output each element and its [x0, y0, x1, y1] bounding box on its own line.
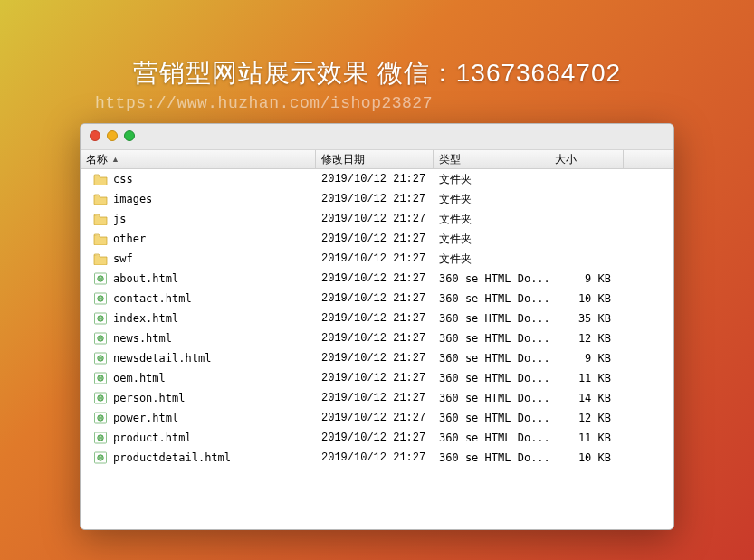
- file-name-label: about.html: [113, 272, 178, 285]
- file-name-cell: power.html: [81, 412, 316, 424]
- file-date-cell: 2019/10/12 21:27: [316, 292, 434, 305]
- table-row[interactable]: swf2019/10/12 21:27文件夹: [81, 249, 673, 269]
- table-row[interactable]: about.html2019/10/12 21:27360 se HTML Do…: [81, 269, 673, 289]
- file-date-cell: 2019/10/12 21:27: [316, 352, 434, 365]
- file-name-label: js: [113, 213, 126, 225]
- sort-asc-icon: ▲: [111, 155, 119, 164]
- column-header-size-label: 大小: [555, 152, 577, 167]
- column-header-date-label: 修改日期: [321, 152, 365, 167]
- column-header-date[interactable]: 修改日期: [316, 150, 434, 169]
- html-file-icon: [93, 352, 108, 365]
- file-date-cell: 2019/10/12 21:27: [316, 173, 434, 185]
- file-date-cell: 2019/10/12 21:27: [316, 372, 434, 384]
- table-row[interactable]: power.html2019/10/12 21:27360 se HTML Do…: [81, 408, 673, 428]
- table-row[interactable]: js2019/10/12 21:27文件夹: [81, 209, 673, 229]
- file-date-cell: 2019/10/12 21:27: [316, 213, 434, 225]
- file-type-cell: 文件夹: [434, 252, 549, 267]
- file-name-cell: product.html: [81, 432, 316, 444]
- table-row[interactable]: index.html2019/10/12 21:27360 se HTML Do…: [81, 308, 673, 328]
- file-name-cell: contact.html: [81, 292, 316, 305]
- column-header-padding: [624, 150, 673, 169]
- file-size-cell: 9 KB: [549, 352, 624, 365]
- maximize-icon[interactable]: [124, 130, 135, 141]
- file-type-cell: 360 se HTML Do...: [434, 332, 549, 345]
- table-row[interactable]: contact.html2019/10/12 21:27360 se HTML …: [81, 289, 673, 308]
- file-list: css2019/10/12 21:27文件夹images2019/10/12 2…: [81, 169, 673, 529]
- file-name-cell: css: [81, 173, 316, 185]
- file-size-cell: 12 KB: [549, 332, 624, 345]
- file-type-cell: 360 se HTML Do...: [434, 392, 549, 404]
- file-name-cell: swf: [81, 252, 316, 265]
- file-name-label: news.html: [113, 332, 172, 345]
- file-name-cell: productdetail.html: [81, 451, 316, 464]
- file-size-cell: 9 KB: [549, 272, 624, 285]
- file-date-cell: 2019/10/12 21:27: [316, 252, 434, 265]
- column-header-type-label: 类型: [439, 152, 461, 167]
- table-row[interactable]: images2019/10/12 21:27文件夹: [81, 189, 673, 209]
- file-name-label: swf: [113, 252, 133, 265]
- page-url: https://www.huzhan.com/ishop23827: [95, 94, 433, 112]
- file-name-label: person.html: [113, 392, 185, 404]
- table-row[interactable]: newsdetail.html2019/10/12 21:27360 se HT…: [81, 348, 673, 368]
- column-header-size[interactable]: 大小: [549, 150, 624, 169]
- column-header-row: 名称 ▲ 修改日期 类型 大小: [81, 149, 673, 169]
- file-name-cell: other: [81, 233, 316, 245]
- minimize-icon[interactable]: [107, 130, 118, 141]
- window-titlebar[interactable]: [81, 124, 673, 149]
- file-name-label: index.html: [113, 312, 178, 325]
- file-type-cell: 360 se HTML Do...: [434, 451, 549, 464]
- column-header-name-label: 名称: [86, 152, 108, 167]
- file-name-label: other: [113, 233, 146, 245]
- table-row[interactable]: oem.html2019/10/12 21:27360 se HTML Do..…: [81, 368, 673, 388]
- table-row[interactable]: css2019/10/12 21:27文件夹: [81, 169, 673, 189]
- html-file-icon: [93, 412, 108, 424]
- file-size-cell: 10 KB: [549, 451, 624, 464]
- file-date-cell: 2019/10/12 21:27: [316, 432, 434, 444]
- html-file-icon: [93, 332, 108, 345]
- file-name-cell: oem.html: [81, 372, 316, 384]
- file-type-cell: 360 se HTML Do...: [434, 412, 549, 424]
- file-size-cell: 10 KB: [549, 292, 624, 305]
- file-type-cell: 360 se HTML Do...: [434, 352, 549, 365]
- table-row[interactable]: productdetail.html2019/10/12 21:27360 se…: [81, 448, 673, 468]
- close-icon[interactable]: [90, 130, 100, 141]
- table-row[interactable]: product.html2019/10/12 21:27360 se HTML …: [81, 428, 673, 448]
- html-file-icon: [93, 272, 108, 285]
- file-size-cell: 11 KB: [549, 432, 624, 444]
- page-heading: 营销型网站展示效果 微信：13673684702: [0, 56, 754, 90]
- file-type-cell: 360 se HTML Do...: [434, 272, 549, 285]
- folder-icon: [93, 173, 108, 185]
- file-type-cell: 文件夹: [434, 192, 549, 207]
- file-type-cell: 360 se HTML Do...: [434, 372, 549, 384]
- file-type-cell: 文件夹: [434, 172, 549, 187]
- table-row[interactable]: news.html2019/10/12 21:27360 se HTML Do.…: [81, 328, 673, 348]
- file-date-cell: 2019/10/12 21:27: [316, 233, 434, 245]
- file-date-cell: 2019/10/12 21:27: [316, 451, 434, 464]
- file-date-cell: 2019/10/12 21:27: [316, 392, 434, 404]
- column-header-name[interactable]: 名称 ▲: [81, 150, 316, 169]
- table-row[interactable]: person.html2019/10/12 21:27360 se HTML D…: [81, 388, 673, 408]
- html-file-icon: [93, 292, 108, 305]
- column-header-type[interactable]: 类型: [434, 150, 549, 169]
- html-file-icon: [93, 451, 108, 464]
- file-name-label: images: [113, 193, 152, 205]
- file-name-label: power.html: [113, 412, 178, 424]
- file-type-cell: 文件夹: [434, 212, 549, 227]
- file-date-cell: 2019/10/12 21:27: [316, 193, 434, 205]
- file-name-cell: news.html: [81, 332, 316, 345]
- table-row[interactable]: other2019/10/12 21:27文件夹: [81, 229, 673, 249]
- html-file-icon: [93, 312, 108, 325]
- file-name-cell: person.html: [81, 392, 316, 404]
- file-name-label: contact.html: [113, 292, 192, 305]
- file-type-cell: 360 se HTML Do...: [434, 292, 549, 305]
- file-size-cell: 12 KB: [549, 412, 624, 424]
- file-name-label: newsdetail.html: [113, 352, 211, 365]
- file-name-cell: js: [81, 213, 316, 225]
- folder-icon: [93, 213, 108, 225]
- html-file-icon: [93, 392, 108, 404]
- file-size-cell: 14 KB: [549, 392, 624, 404]
- folder-icon: [93, 193, 108, 205]
- html-file-icon: [93, 372, 108, 384]
- file-name-cell: images: [81, 193, 316, 205]
- folder-icon: [93, 233, 108, 245]
